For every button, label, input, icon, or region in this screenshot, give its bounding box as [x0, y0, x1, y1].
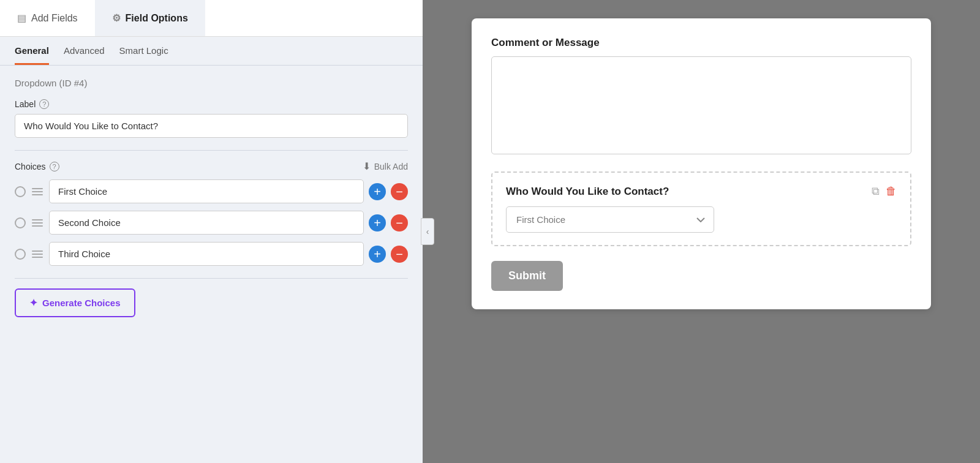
copy-icon[interactable]: ⧉ [872, 185, 880, 198]
choice-2-drag-handle[interactable] [31, 218, 44, 228]
choice-1-drag-handle[interactable] [31, 187, 44, 197]
choice-2-remove-button[interactable]: − [391, 214, 408, 232]
label-help-icon[interactable]: ? [39, 99, 49, 109]
left-panel: ▤ Add Fields ⚙ Field Options General Adv… [0, 0, 423, 463]
panel-content: Dropdown (ID #4) Label ? Choices ? [0, 66, 423, 463]
choice-row-2: + − [15, 211, 408, 235]
right-panel: Comment or Message Who Would You Like to… [423, 0, 980, 463]
label-field-label: Label ? [15, 99, 408, 109]
choice-3-remove-button[interactable]: − [391, 246, 408, 263]
field-options-icon: ⚙ [112, 12, 121, 24]
sub-tab-advanced[interactable]: Advanced [64, 37, 105, 65]
choice-2-input[interactable] [49, 211, 364, 235]
choice-row-1: + − [15, 179, 408, 203]
choices-label: Choices ? [15, 162, 59, 171]
field-actions: ⧉ 🗑 [872, 185, 897, 198]
choice-3-drag-handle[interactable] [31, 249, 44, 259]
dropdown-select[interactable]: First Choice Second Choice Third Choice [506, 206, 714, 233]
choice-1-add-button[interactable]: + [369, 183, 386, 200]
divider-1 [15, 150, 408, 151]
sub-tab-general[interactable]: General [15, 37, 49, 65]
choice-3-add-button[interactable]: + [369, 246, 386, 263]
delete-icon[interactable]: 🗑 [886, 185, 897, 198]
choice-3-radio[interactable] [15, 249, 26, 260]
choices-header: Choices ? ⬇ Bulk Add [15, 160, 408, 172]
label-group: Label ? [15, 99, 408, 138]
choice-1-input[interactable] [49, 179, 364, 203]
field-type-heading: Dropdown (ID #4) [15, 78, 408, 88]
label-input[interactable] [15, 114, 408, 138]
sub-tabs: General Advanced Smart Logic [0, 37, 423, 66]
submit-button[interactable]: Submit [491, 261, 563, 291]
dropdown-field-box: Who Would You Like to Contact? ⧉ 🗑 First… [491, 171, 911, 246]
choice-2-add-button[interactable]: + [369, 214, 386, 232]
choice-row-3: + − [15, 242, 408, 266]
sub-tab-smart-logic[interactable]: Smart Logic [119, 37, 168, 65]
comment-label: Comment or Message [491, 37, 911, 49]
choice-2-radio[interactable] [15, 217, 26, 228]
tab-field-options[interactable]: ⚙ Field Options [95, 0, 205, 36]
add-fields-icon: ▤ [17, 12, 26, 24]
dropdown-field-name: Who Would You Like to Contact? [506, 186, 669, 198]
collapse-icon: ‹ [426, 227, 429, 236]
divider-2 [15, 278, 408, 279]
bulk-add-button[interactable]: ⬇ Bulk Add [363, 160, 408, 172]
choice-3-input[interactable] [49, 242, 364, 266]
choice-1-remove-button[interactable]: − [391, 183, 408, 200]
choices-help-icon[interactable]: ? [50, 162, 59, 171]
comment-textarea[interactable] [491, 56, 911, 154]
generate-icon: ✦ [29, 297, 37, 309]
collapse-panel-button[interactable]: ‹ [421, 218, 434, 245]
tab-add-fields[interactable]: ▤ Add Fields [0, 0, 95, 36]
bulk-add-icon: ⬇ [363, 160, 371, 172]
generate-choices-button[interactable]: ✦ Generate Choices [15, 288, 135, 317]
choice-1-radio[interactable] [15, 186, 26, 197]
dropdown-field-title: Who Would You Like to Contact? ⧉ 🗑 [506, 185, 897, 198]
top-tabs: ▤ Add Fields ⚙ Field Options [0, 0, 423, 37]
form-preview: Comment or Message Who Would You Like to… [472, 18, 931, 309]
choices-group: Choices ? ⬇ Bulk Add [15, 160, 408, 266]
